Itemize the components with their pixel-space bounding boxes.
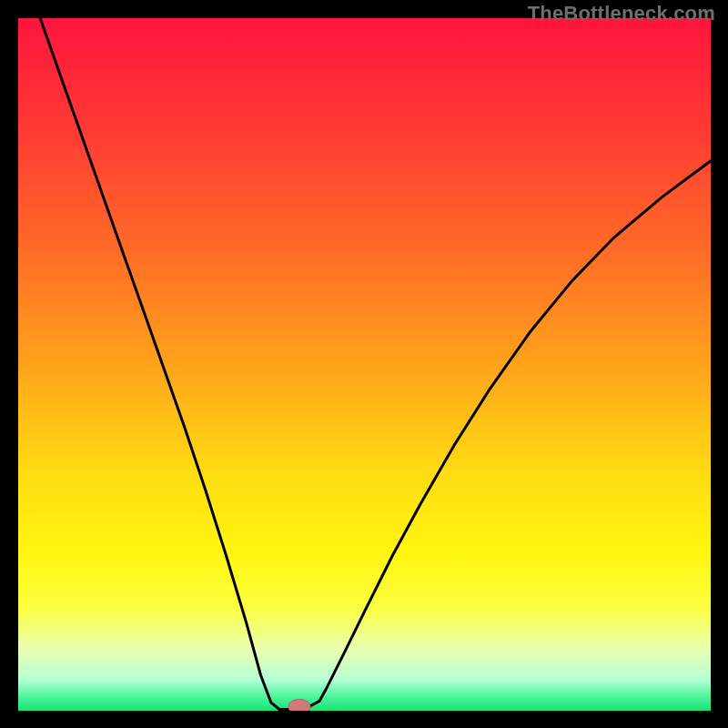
- optimal-point-marker: [288, 699, 310, 711]
- bottleneck-chart: [18, 18, 711, 711]
- watermark-text: TheBottleneck.com: [528, 2, 715, 25]
- gradient-background: [18, 18, 711, 711]
- chart-frame: [18, 18, 711, 711]
